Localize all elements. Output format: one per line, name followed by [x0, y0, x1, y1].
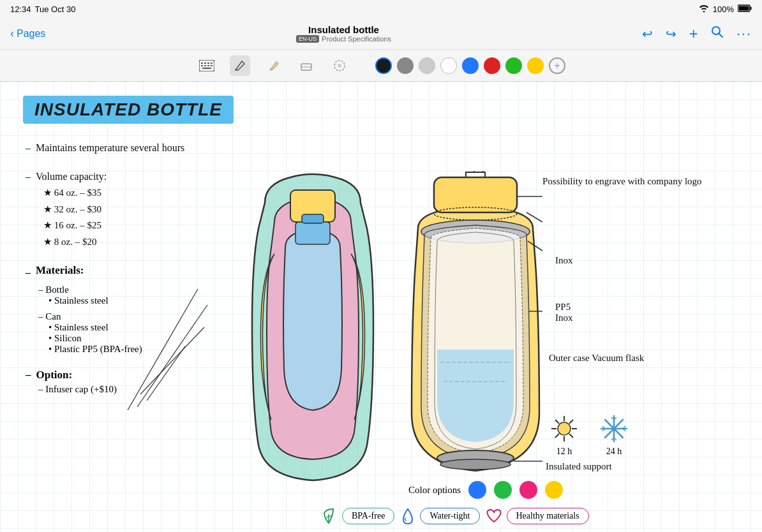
outer-case-annotation: Outer case Vacuum flask [549, 353, 644, 364]
svg-rect-1 [751, 6, 752, 10]
drop-icon [400, 506, 416, 526]
cold-icon-group: 24 h [599, 413, 629, 457]
svg-line-40 [555, 420, 559, 424]
cold-hours: 24 h [599, 447, 629, 457]
bottom-badges: BPA-free Water-tight Healthy materials [319, 506, 589, 526]
page-title: INSULATED BOTTLE [34, 100, 222, 119]
healthy-label: Healthy materials [516, 511, 579, 521]
color-white[interactable] [440, 57, 457, 74]
heart-icon [485, 508, 503, 524]
svg-rect-19 [295, 222, 330, 244]
color-option-yellow[interactable] [545, 481, 563, 499]
pp5-annotation: PP5 Inox [555, 302, 573, 323]
option-title: Option: [36, 369, 73, 381]
hot-hours: 12 h [549, 447, 579, 457]
battery-icon [738, 4, 752, 14]
svg-line-4 [719, 34, 722, 38]
nav-bar: ‹ Pages Insulated bottle EN-US Product S… [0, 18, 762, 50]
insulated-support-annotation: Insulated support [546, 461, 612, 472]
color-palette: + [375, 57, 565, 74]
bpa-badge: BPA-free [342, 508, 394, 524]
time: 12:34 [10, 4, 31, 14]
svg-point-35 [558, 422, 571, 435]
title-block: INSULATED BOTTLE [23, 96, 234, 124]
svg-rect-13 [211, 65, 213, 66]
add-button[interactable]: + [689, 25, 698, 43]
svg-point-17 [338, 64, 341, 67]
redo-button[interactable]: ↪ [666, 26, 676, 41]
hot-icon-group: 12 h [549, 413, 579, 457]
pp5-label: PP5 [555, 302, 571, 312]
svg-point-16 [334, 61, 345, 71]
color-option-blue[interactable] [468, 481, 486, 499]
document-subtitle: EN-US Product Specifications [296, 35, 391, 43]
svg-line-43 [555, 434, 559, 438]
color-blue[interactable] [462, 57, 479, 74]
color-options-label: Color options [408, 485, 461, 496]
battery-label: 100% [713, 4, 734, 14]
inox-mid-label: Inox [555, 313, 573, 323]
temp-feature: – Maintains temperature several hours [26, 139, 262, 156]
color-options: Color options [408, 481, 563, 499]
svg-rect-9 [211, 63, 213, 64]
temp-icons: 12 h 24 h [549, 413, 629, 457]
more-button[interactable]: ··· [736, 26, 752, 42]
temp-text: Maintains temperature several hours [36, 139, 184, 156]
color-yellow[interactable] [527, 57, 544, 74]
svg-rect-7 [204, 63, 206, 64]
color-black[interactable] [375, 57, 392, 74]
svg-rect-10 [201, 65, 203, 66]
status-bar: 12:34 Tue Oct 30 100% [0, 0, 762, 18]
eraser-tool[interactable] [296, 55, 317, 76]
undo-button[interactable]: ↩ [642, 26, 653, 41]
pen-tool[interactable] [230, 55, 250, 76]
materials-title: Materials: [36, 264, 84, 277]
leaf-icon [319, 506, 338, 526]
svg-rect-11 [204, 65, 206, 66]
document-title: Insulated bottle [296, 24, 391, 35]
color-option-green[interactable] [494, 481, 512, 499]
keyboard-tool[interactable] [197, 55, 217, 76]
svg-rect-14 [202, 68, 211, 69]
bottle-sketch [227, 165, 399, 515]
color-red[interactable] [484, 57, 500, 74]
search-button[interactable] [711, 26, 724, 41]
svg-rect-2 [739, 6, 749, 10]
highlighter-tool[interactable] [263, 55, 283, 76]
wifi-icon [699, 4, 709, 14]
date: Tue Oct 30 [35, 4, 76, 14]
canvas: INSULATED BOTTLE – Maintains temperature… [0, 82, 762, 532]
lasso-tool[interactable] [329, 55, 350, 76]
svg-rect-12 [207, 65, 209, 66]
water-badge-group: Water-tight [400, 506, 479, 526]
sun-icon [549, 413, 579, 444]
water-badge: Water-tight [420, 508, 479, 524]
chevron-left-icon: ‹ [10, 27, 14, 40]
color-option-pink[interactable] [519, 481, 537, 499]
engrave-annotation: Possibility to engrave with company logo [542, 176, 702, 187]
water-label: Water-tight [430, 511, 470, 521]
svg-rect-20 [302, 214, 324, 223]
snowflake-icon [599, 413, 629, 444]
inox-top-annotation: Inox [555, 255, 573, 266]
healthy-badge: Healthy materials [507, 508, 589, 524]
toolbar: + [0, 50, 762, 82]
cross-section-diagram [405, 171, 546, 515]
color-green[interactable] [505, 57, 522, 74]
svg-point-25 [440, 459, 511, 469]
svg-rect-8 [207, 63, 209, 64]
healthy-badge-group: Healthy materials [485, 508, 589, 524]
svg-line-41 [569, 434, 573, 438]
svg-line-42 [569, 420, 573, 424]
volume-title: Volume capacity: [36, 168, 107, 185]
svg-rect-6 [201, 63, 203, 64]
back-button[interactable]: ‹ Pages [10, 27, 45, 40]
subtitle-text: Product Specifications [322, 35, 391, 43]
lang-badge: EN-US [296, 35, 319, 43]
bpa-badge-group: BPA-free [319, 506, 394, 526]
add-color-button[interactable]: + [549, 57, 565, 74]
color-lightgray[interactable] [419, 57, 435, 74]
back-label: Pages [17, 28, 45, 40]
bpa-label: BPA-free [352, 511, 385, 521]
color-gray[interactable] [397, 57, 414, 74]
